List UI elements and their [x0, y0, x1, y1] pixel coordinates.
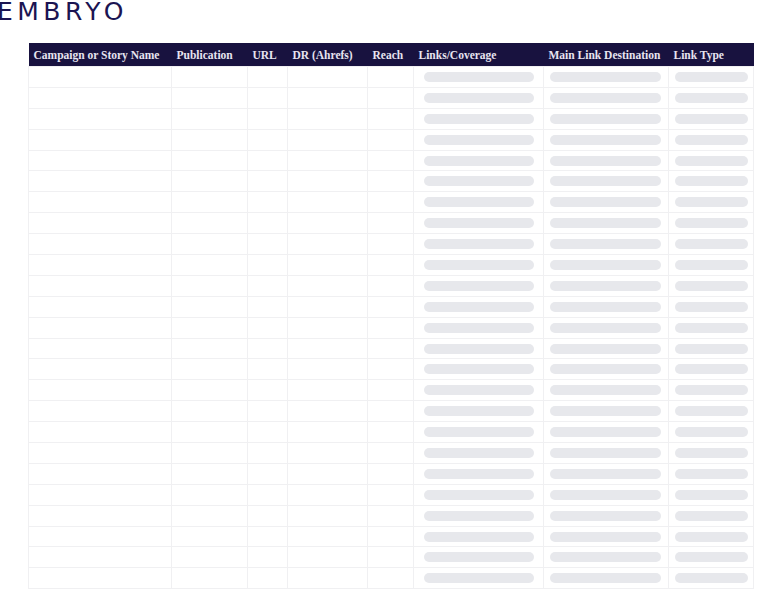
- placeholder-pill: [424, 156, 534, 166]
- cell-publication: [172, 317, 248, 338]
- cell-dr: [288, 171, 368, 192]
- cell-destination: [544, 213, 669, 234]
- cell-url: [248, 568, 288, 589]
- cell-links: [414, 234, 544, 255]
- cell-url: [248, 484, 288, 505]
- cell-dr: [288, 87, 368, 108]
- cell-linktype: [669, 380, 754, 401]
- cell-links: [414, 443, 544, 464]
- cell-campaign: [29, 401, 172, 422]
- cell-campaign: [29, 338, 172, 359]
- placeholder-pill: [550, 176, 661, 186]
- cell-publication: [172, 463, 248, 484]
- table-row: [29, 526, 754, 547]
- cell-dr: [288, 505, 368, 526]
- cell-url: [248, 275, 288, 296]
- placeholder-pill: [550, 552, 661, 562]
- cell-destination: [544, 526, 669, 547]
- placeholder-pill: [550, 448, 661, 458]
- cell-dr: [288, 338, 368, 359]
- cell-url: [248, 422, 288, 443]
- placeholder-pill: [550, 490, 661, 500]
- cell-campaign: [29, 255, 172, 276]
- cell-reach: [368, 67, 414, 88]
- cell-linktype: [669, 359, 754, 380]
- cell-url: [248, 380, 288, 401]
- table-row: [29, 338, 754, 359]
- cell-destination: [544, 568, 669, 589]
- cell-campaign: [29, 192, 172, 213]
- cell-campaign: [29, 213, 172, 234]
- cell-reach: [368, 87, 414, 108]
- table-row: [29, 255, 754, 276]
- cell-url: [248, 67, 288, 88]
- placeholder-pill: [675, 573, 748, 583]
- cell-reach: [368, 505, 414, 526]
- cell-url: [248, 108, 288, 129]
- cell-dr: [288, 192, 368, 213]
- cell-campaign: [29, 296, 172, 317]
- table-row: [29, 275, 754, 296]
- placeholder-pill: [675, 427, 748, 437]
- cell-publication: [172, 505, 248, 526]
- cell-reach: [368, 484, 414, 505]
- cell-publication: [172, 359, 248, 380]
- placeholder-pill: [550, 72, 661, 82]
- column-header-main-link-destination: Main Link Destination: [544, 43, 669, 67]
- placeholder-pill: [675, 532, 748, 542]
- cell-url: [248, 87, 288, 108]
- column-header-campaign-or-story-name: Campaign or Story Name: [29, 43, 172, 67]
- placeholder-pill: [550, 281, 661, 291]
- column-header-links-coverage: Links/Coverage: [414, 43, 544, 67]
- placeholder-pill: [550, 344, 661, 354]
- cell-publication: [172, 150, 248, 171]
- cell-linktype: [669, 422, 754, 443]
- cell-linktype: [669, 171, 754, 192]
- placeholder-pill: [550, 114, 661, 124]
- placeholder-pill: [424, 490, 534, 500]
- placeholder-pill: [424, 218, 534, 228]
- table-row: [29, 484, 754, 505]
- cell-destination: [544, 443, 669, 464]
- campaign-coverage-table: Campaign or Story Name Publication URL D…: [28, 43, 754, 589]
- cell-linktype: [669, 484, 754, 505]
- cell-destination: [544, 87, 669, 108]
- cell-linktype: [669, 505, 754, 526]
- cell-linktype: [669, 338, 754, 359]
- cell-dr: [288, 443, 368, 464]
- placeholder-pill: [675, 490, 748, 500]
- cell-links: [414, 422, 544, 443]
- cell-links: [414, 67, 544, 88]
- cell-campaign: [29, 87, 172, 108]
- cell-publication: [172, 234, 248, 255]
- cell-destination: [544, 401, 669, 422]
- table-row: [29, 568, 754, 589]
- placeholder-pill: [675, 72, 748, 82]
- cell-reach: [368, 317, 414, 338]
- placeholder-pill: [675, 448, 748, 458]
- column-header-url: URL: [248, 43, 288, 67]
- cell-dr: [288, 317, 368, 338]
- placeholder-pill: [424, 364, 534, 374]
- cell-dr: [288, 296, 368, 317]
- placeholder-pill: [550, 406, 661, 416]
- cell-links: [414, 547, 544, 568]
- placeholder-pill: [550, 302, 661, 312]
- cell-links: [414, 87, 544, 108]
- cell-url: [248, 359, 288, 380]
- cell-publication: [172, 338, 248, 359]
- placeholder-pill: [550, 573, 661, 583]
- placeholder-pill: [424, 385, 534, 395]
- cell-linktype: [669, 129, 754, 150]
- cell-links: [414, 192, 544, 213]
- cell-reach: [368, 547, 414, 568]
- embryo-logo: EMBRYO: [0, 0, 128, 24]
- cell-reach: [368, 401, 414, 422]
- cell-links: [414, 568, 544, 589]
- cell-links: [414, 505, 544, 526]
- placeholder-pill: [675, 511, 748, 521]
- cell-links: [414, 275, 544, 296]
- column-header-link-type: Link Type: [669, 43, 754, 67]
- placeholder-pill: [424, 406, 534, 416]
- placeholder-pill: [675, 176, 748, 186]
